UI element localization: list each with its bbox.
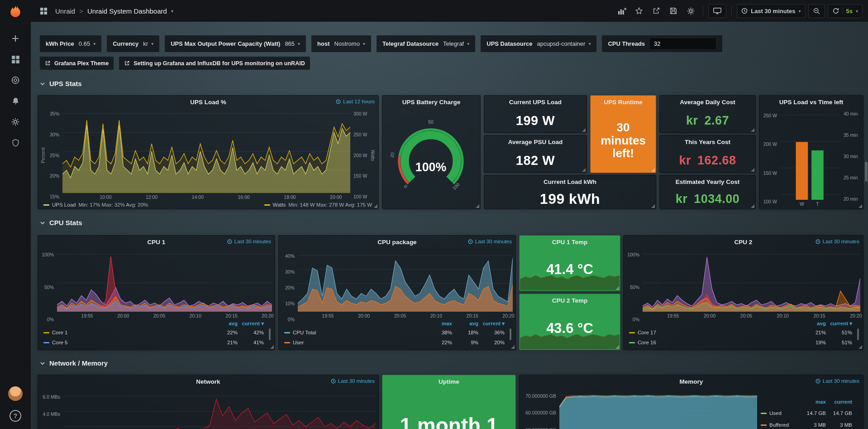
server-admin-shield-icon[interactable] bbox=[0, 132, 31, 153]
panel-title[interactable]: UPS Runtime bbox=[604, 99, 643, 106]
panel-title[interactable]: Current UPS Load bbox=[509, 99, 562, 106]
link-ups-monitoring-guide[interactable]: Setting up Grafana and InfluxDB for UPS … bbox=[119, 57, 310, 70]
xtick: 20:00 bbox=[330, 194, 342, 200]
panel-title[interactable]: Memory bbox=[680, 378, 703, 385]
panel-title[interactable]: Average Daily Cost bbox=[680, 99, 735, 106]
sidebar-bottom: ? bbox=[8, 386, 23, 422]
svg-text:0: 0 bbox=[403, 184, 408, 189]
legend-row[interactable]: Used14.7 GB14.7 GB bbox=[761, 407, 852, 419]
legend-column-header[interactable]: avg bbox=[452, 321, 478, 326]
panel-title[interactable]: CPU 2 Temp bbox=[552, 297, 588, 304]
lt-val: 22% bbox=[426, 340, 452, 345]
add-panel-icon[interactable] bbox=[615, 4, 629, 18]
panel-title[interactable]: Uptime bbox=[439, 378, 459, 385]
refresh-interval-label[interactable]: 5s bbox=[846, 8, 853, 14]
axis-rot: Watts bbox=[369, 110, 376, 201]
legend-column-header[interactable]: avg bbox=[800, 321, 826, 326]
panel-title[interactable]: Current Load kWh bbox=[544, 178, 596, 185]
row-header-ups-stats[interactable]: UPS Stats bbox=[40, 80, 82, 87]
dashboard-links-row: Grafana Plex Theme Setting up Grafana an… bbox=[40, 57, 310, 70]
dashboards-icon[interactable] bbox=[0, 49, 31, 70]
grafana-logo[interactable] bbox=[7, 4, 24, 22]
legend-scrollbar[interactable] bbox=[269, 328, 271, 340]
panel-title[interactable]: UPS Battery Charge bbox=[402, 99, 460, 106]
legend-column-header[interactable]: current ▾ bbox=[238, 320, 264, 327]
xtick: 12:00 bbox=[146, 194, 157, 200]
dashboard-settings-gear-icon[interactable] bbox=[683, 4, 698, 18]
share-icon[interactable] bbox=[649, 4, 663, 18]
legend-row[interactable]: CPU Total38%18%36% bbox=[284, 328, 505, 337]
panel-title[interactable]: CPU 2 bbox=[734, 239, 753, 246]
create-plus-icon[interactable] bbox=[0, 28, 31, 49]
variable-ups-max-output[interactable]: UPS Max Output Power Capacity (Watt) 865… bbox=[165, 35, 306, 52]
legend-row[interactable]: User22%9%20% bbox=[284, 337, 505, 347]
chevron-down-icon[interactable]: ▾ bbox=[171, 9, 173, 14]
panel-title[interactable]: Network bbox=[196, 378, 220, 385]
legend-column-header[interactable]: max bbox=[800, 399, 826, 405]
cycle-view-button[interactable] bbox=[708, 4, 726, 18]
page-scrollbar[interactable] bbox=[865, 162, 868, 182]
legend-column-header[interactable]: avg bbox=[211, 321, 238, 326]
panel-title[interactable]: Average PSU Load bbox=[508, 139, 563, 145]
cpu-threads-input[interactable]: 32 bbox=[649, 38, 716, 50]
configuration-gear-icon[interactable] bbox=[0, 111, 31, 132]
panel-title[interactable]: CPU 1 Temp bbox=[552, 239, 588, 246]
legend-column-header[interactable]: current bbox=[826, 399, 852, 405]
save-icon[interactable] bbox=[666, 4, 681, 18]
alerting-bell-icon[interactable] bbox=[0, 91, 31, 111]
zoom-out-button[interactable] bbox=[808, 4, 825, 18]
chevron-down-icon: ▾ bbox=[588, 41, 591, 46]
dashline bbox=[43, 342, 49, 343]
legend-item[interactable]: UPS LoadMin: 17% Max: 32% Avg: 20% bbox=[43, 202, 148, 207]
plot-col bbox=[63, 389, 376, 429]
variable-kwh-price[interactable]: kWh Price 0.65▾ bbox=[40, 35, 101, 52]
clock-icon bbox=[336, 99, 341, 104]
panel-title[interactable]: CPU package bbox=[377, 239, 416, 246]
legend-scrollbar[interactable] bbox=[510, 328, 511, 340]
apps-grid-icon[interactable] bbox=[36, 4, 51, 18]
user-avatar[interactable] bbox=[8, 386, 23, 401]
external-link-icon bbox=[124, 60, 130, 66]
variable-value: kr▾ bbox=[143, 40, 153, 47]
help-icon[interactable]: ? bbox=[10, 410, 21, 422]
row-header-network-memory[interactable]: Network / Memory bbox=[40, 359, 108, 367]
time-range-picker[interactable]: Last 30 minutes ▾ bbox=[737, 4, 805, 18]
legend-column-header[interactable]: current ▾ bbox=[826, 320, 852, 327]
legend-row[interactable]: Core 521%41% bbox=[43, 337, 264, 347]
panel-title[interactable]: Estimated Yearly Cost bbox=[676, 178, 740, 185]
variable-host[interactable]: host Nostromo▾ bbox=[311, 35, 371, 52]
legend-scrollbar[interactable] bbox=[857, 328, 859, 340]
breadcrumb-folder[interactable]: Unraid bbox=[55, 7, 75, 15]
legend-column-header[interactable]: max bbox=[426, 321, 452, 326]
link-grafana-plex-theme[interactable]: Grafana Plex Theme bbox=[40, 57, 114, 70]
variable-currency[interactable]: Currency kr▾ bbox=[107, 35, 159, 52]
variable-ups-datasource[interactable]: UPS Datasource apcupsd-container▾ bbox=[481, 35, 596, 52]
plot-svg bbox=[780, 110, 840, 200]
legend-row[interactable]: Core 122%42% bbox=[43, 328, 264, 337]
explore-icon[interactable] bbox=[0, 70, 31, 91]
xtick: 10:00 bbox=[100, 194, 111, 200]
legend-row[interactable]: Core 1721%51% bbox=[629, 328, 852, 337]
yticks: 40 min35 min30 min25 min20 min bbox=[840, 110, 860, 207]
panel-title[interactable]: UPS Load vs Time left bbox=[779, 99, 844, 106]
star-icon[interactable] bbox=[632, 4, 646, 18]
cpu2-chart: 100%50%0%19:5520:0020:0520:1020:1520:20a… bbox=[624, 248, 863, 350]
panel-average-daily-cost: Average Daily Cost kr2.67 bbox=[659, 95, 756, 133]
plot-area bbox=[63, 389, 376, 429]
xtick: 14:00 bbox=[192, 194, 204, 200]
refresh-button[interactable]: 5s ▾ bbox=[828, 4, 863, 18]
panel-title[interactable]: UPS Load % bbox=[190, 99, 226, 106]
variable-telegraf-datasource[interactable]: Telegraf Datasource Telegraf▾ bbox=[377, 35, 475, 52]
dashboard-title[interactable]: Unraid System Dashboard bbox=[87, 7, 167, 15]
row-header-cpu-stats[interactable]: CPU Stats bbox=[40, 219, 82, 227]
plot-area bbox=[62, 110, 350, 193]
plot-svg bbox=[62, 110, 350, 193]
legend-row[interactable]: Buffered3 MB3 MB bbox=[761, 419, 852, 429]
panel-title[interactable]: CPU 1 bbox=[148, 239, 166, 246]
panel-title[interactable]: This Years Cost bbox=[685, 139, 730, 145]
legend-item[interactable]: WattsMin: 148 W Max: 278 W Avg: 175 W bbox=[264, 202, 372, 207]
ytick: 100 W bbox=[763, 199, 777, 204]
xtick: 20:05 bbox=[394, 313, 406, 318]
legend-row[interactable]: Core 1619%51% bbox=[629, 337, 852, 347]
legend-column-header[interactable]: current ▾ bbox=[478, 320, 505, 327]
